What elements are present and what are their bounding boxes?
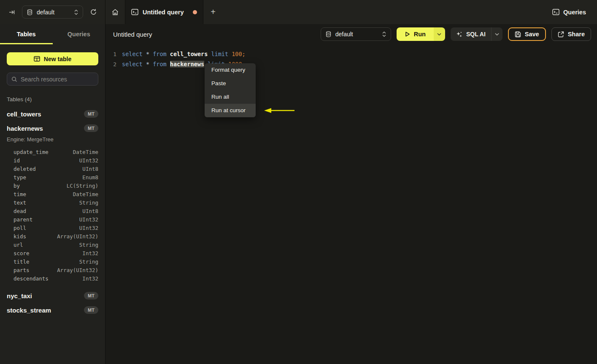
sidebar-tabs: TablesQueries bbox=[0, 24, 105, 44]
toolbar-database-selector[interactable]: default bbox=[321, 27, 391, 41]
refresh-button[interactable] bbox=[87, 6, 99, 18]
sidebar-tab-tables[interactable]: Tables bbox=[0, 24, 53, 44]
column-type: String bbox=[79, 259, 98, 265]
home-button[interactable] bbox=[105, 0, 125, 24]
columns-list: update_timeDateTimeidUInt32deletedUInt8t… bbox=[0, 147, 105, 289]
column-row: descendantsInt32 bbox=[0, 274, 105, 283]
column-name: dead bbox=[14, 208, 26, 214]
queries-button[interactable]: Queries bbox=[552, 9, 586, 16]
sidebar-tab-queries[interactable]: Queries bbox=[53, 24, 105, 44]
column-row: partsArray(UInt32) bbox=[0, 266, 105, 274]
table-row-nyc_taxi[interactable]: nyc_taxiMT bbox=[0, 289, 105, 303]
line-number: 2 bbox=[105, 61, 116, 67]
save-icon bbox=[515, 31, 521, 38]
token: * bbox=[146, 61, 149, 67]
token: 100 bbox=[232, 51, 242, 57]
code-text: select * from cell_towers limit 100; bbox=[122, 51, 246, 57]
collapse-sidebar-button[interactable] bbox=[6, 6, 18, 18]
token: ; bbox=[242, 51, 246, 57]
menu-item-format-query[interactable]: Format query bbox=[205, 63, 256, 77]
database-icon bbox=[325, 31, 332, 38]
table-row-cell_towers[interactable]: cell_towersMT bbox=[0, 107, 105, 121]
new-table-label: New table bbox=[44, 56, 71, 62]
engine-badge: MT bbox=[84, 306, 98, 314]
sql-ai-button[interactable]: SQL AI bbox=[451, 31, 491, 38]
token: limit bbox=[211, 51, 228, 57]
column-name: id bbox=[14, 157, 20, 164]
plus-icon: + bbox=[211, 7, 216, 17]
table-row-hackernews[interactable]: hackernewsMT bbox=[0, 121, 105, 135]
code-line[interactable]: 2select * from hackernews limit 1000 bbox=[105, 59, 597, 69]
column-name: kids bbox=[14, 233, 26, 240]
engine-badge: MT bbox=[84, 124, 98, 132]
new-table-button[interactable]: New table bbox=[7, 52, 98, 65]
top-bar: default Untitled query bbox=[0, 0, 597, 24]
column-name: score bbox=[14, 250, 30, 256]
terminal-icon bbox=[552, 9, 559, 15]
token: hackernews bbox=[170, 61, 204, 67]
query-title: Untitled query bbox=[113, 31, 152, 38]
menu-item-run-at-cursor[interactable]: Run at cursor bbox=[205, 104, 256, 117]
column-row: urlString bbox=[0, 240, 105, 249]
terminal-icon bbox=[131, 9, 138, 15]
run-button[interactable]: Run bbox=[397, 27, 434, 41]
app-window: default Untitled query bbox=[0, 0, 597, 364]
share-icon bbox=[558, 31, 564, 38]
run-options-caret[interactable] bbox=[434, 27, 445, 41]
token: select bbox=[122, 61, 143, 67]
database-selector[interactable]: default bbox=[22, 5, 83, 19]
engine-badge: MT bbox=[84, 292, 98, 299]
column-type: UInt8 bbox=[82, 208, 98, 214]
unsaved-changes-dot bbox=[193, 10, 197, 14]
save-button[interactable]: Save bbox=[508, 27, 546, 41]
column-name: parent bbox=[14, 216, 32, 223]
run-button-label: Run bbox=[414, 31, 426, 38]
column-type: Array(UInt32) bbox=[57, 267, 98, 273]
column-row: textString bbox=[0, 198, 105, 207]
sql-ai-button-group: SQL AI bbox=[451, 27, 502, 41]
chevron-up-down-icon bbox=[74, 9, 78, 15]
column-row: timeDateTime bbox=[0, 190, 105, 198]
table-name: cell_towers bbox=[7, 111, 41, 118]
share-button[interactable]: Share bbox=[551, 27, 591, 41]
column-row: deletedUInt8 bbox=[0, 164, 105, 173]
save-button-label: Save bbox=[525, 31, 539, 38]
tab-untitled-query[interactable]: Untitled query bbox=[125, 0, 203, 24]
column-row: scoreInt32 bbox=[0, 249, 105, 257]
column-type: UInt8 bbox=[82, 166, 98, 172]
column-name: title bbox=[14, 259, 30, 265]
column-type: String bbox=[79, 200, 98, 206]
table-row-stocks_stream[interactable]: stocks_streamMT bbox=[0, 303, 105, 317]
search-input[interactable] bbox=[21, 76, 94, 83]
column-type: LC(String) bbox=[67, 183, 98, 189]
token: select bbox=[122, 51, 143, 57]
tab-strip: Untitled query + Queries bbox=[105, 0, 597, 24]
tab-title: Untitled query bbox=[143, 9, 189, 16]
column-type: Array(UInt32) bbox=[57, 233, 98, 240]
column-type: Int32 bbox=[82, 275, 98, 282]
column-name: text bbox=[14, 200, 26, 206]
column-type: String bbox=[79, 242, 98, 248]
token: * bbox=[146, 51, 149, 57]
column-name: deleted bbox=[14, 166, 36, 172]
column-row: kidsArray(UInt32) bbox=[0, 232, 105, 240]
play-icon bbox=[405, 31, 410, 37]
sql-editor[interactable]: 1select * from cell_towers limit 100;2se… bbox=[105, 44, 597, 69]
code-line[interactable]: 1select * from cell_towers limit 100; bbox=[105, 49, 597, 59]
sql-ai-caret[interactable] bbox=[491, 27, 502, 41]
column-row: typeEnum8 bbox=[0, 173, 105, 181]
queries-button-label: Queries bbox=[563, 9, 586, 16]
table-name: stocks_stream bbox=[7, 307, 51, 314]
menu-item-run-all[interactable]: Run all bbox=[205, 90, 256, 104]
engine-badge: MT bbox=[84, 110, 98, 118]
new-tab-button[interactable]: + bbox=[203, 0, 223, 24]
menu-item-paste[interactable]: Paste bbox=[205, 77, 256, 90]
toolbar-actions: default Run bbox=[321, 27, 591, 41]
column-row: byLC(String) bbox=[0, 181, 105, 190]
column-name: time bbox=[14, 191, 26, 197]
tables-list: cell_towersMThackernewsMTEngine: MergeTr… bbox=[0, 107, 105, 317]
tables-section-label: Tables (4) bbox=[7, 96, 98, 102]
token: cell_towers bbox=[170, 51, 208, 57]
sql-ai-label: SQL AI bbox=[466, 31, 486, 38]
database-icon bbox=[27, 9, 33, 16]
